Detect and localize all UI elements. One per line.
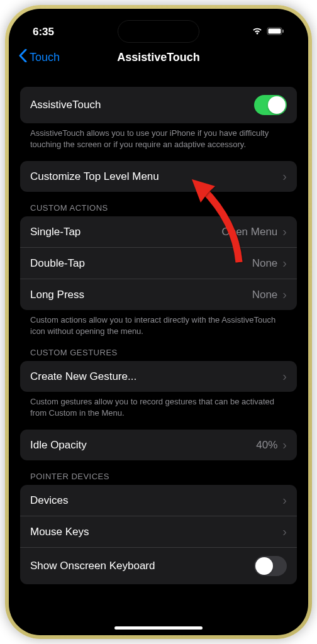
chevron-right-icon: › — [282, 169, 287, 184]
home-indicator[interactable] — [114, 626, 203, 630]
chevron-right-icon: › — [282, 287, 287, 302]
cell-value: None — [252, 257, 278, 270]
onscreen-keyboard-toggle[interactable] — [254, 556, 287, 576]
show-onscreen-keyboard-row[interactable]: Show Onscreen Keyboard — [20, 548, 297, 584]
status-time: 6:35 — [33, 26, 54, 38]
section-header: POINTER DEVICES — [20, 472, 297, 485]
section-custom-gestures: CUSTOM GESTURES Create New Gesture... › … — [20, 348, 297, 418]
toggle-knob — [255, 557, 273, 575]
single-tap-row[interactable]: Single-Tap Open Menu › — [20, 216, 297, 248]
nav-bar: Touch AssistiveTouch — [9, 43, 308, 74]
mouse-keys-row[interactable]: Mouse Keys › — [20, 516, 297, 548]
wifi-icon — [252, 26, 263, 38]
section-header: CUSTOM ACTIONS — [20, 203, 297, 216]
customize-top-level-menu-row[interactable]: Customize Top Level Menu › — [20, 161, 297, 192]
chevron-right-icon: › — [282, 225, 287, 239]
section-header: CUSTOM GESTURES — [20, 348, 297, 361]
long-press-row[interactable]: Long Press None › — [20, 279, 297, 310]
cell-label: Idle Opacity — [30, 439, 87, 452]
content-scroll[interactable]: AssistiveTouch AssistiveTouch allows you… — [9, 74, 308, 625]
cell-label: Show Onscreen Keyboard — [30, 560, 155, 572]
status-icons — [252, 26, 284, 38]
dynamic-island — [118, 20, 199, 43]
cell-label: Customize Top Level Menu — [30, 170, 159, 183]
cell-label: Devices — [30, 494, 68, 507]
section-footer: Custom actions allow you to interact dir… — [20, 310, 297, 336]
section-pointer-devices: POINTER DEVICES Devices › Mouse Keys › — [20, 472, 297, 584]
cell-value: 40% — [256, 439, 277, 452]
double-tap-row[interactable]: Double-Tap None › — [20, 248, 297, 279]
screen: 6:35 Touch AssistiveTouch — [9, 9, 308, 635]
svg-rect-1 — [269, 29, 281, 34]
cell-value: Open Menu — [221, 226, 277, 238]
section-custom-actions: CUSTOM ACTIONS Single-Tap Open Menu › Do… — [20, 203, 297, 336]
back-button[interactable]: Touch — [19, 49, 60, 65]
phone-frame: 6:35 Touch AssistiveTouch — [5, 5, 312, 639]
chevron-right-icon: › — [282, 493, 287, 508]
back-label: Touch — [30, 51, 60, 64]
create-new-gesture-row[interactable]: Create New Gesture... › — [20, 361, 297, 392]
chevron-right-icon: › — [282, 438, 287, 452]
cell-value: None — [252, 289, 278, 301]
chevron-left-icon — [19, 49, 27, 65]
cell-label: Long Press — [30, 289, 84, 301]
chevron-right-icon: › — [282, 525, 287, 539]
cell-label: Double-Tap — [30, 257, 85, 270]
page-title: AssistiveTouch — [117, 51, 200, 64]
assistive-touch-toggle-row[interactable]: AssistiveTouch — [20, 87, 297, 123]
section-customize: Customize Top Level Menu › — [20, 161, 297, 192]
cell-label: Single-Tap — [30, 226, 81, 238]
chevron-right-icon: › — [282, 369, 287, 384]
section-idle-opacity: Idle Opacity 40% › — [20, 430, 297, 460]
section-footer: Custom gestures allow you to record gest… — [20, 392, 297, 418]
toggle-knob — [268, 96, 286, 114]
cell-label: Create New Gesture... — [30, 370, 136, 383]
devices-row[interactable]: Devices › — [20, 485, 297, 516]
svg-rect-2 — [282, 30, 284, 33]
idle-opacity-row[interactable]: Idle Opacity 40% › — [20, 430, 297, 460]
cell-label: Mouse Keys — [30, 526, 89, 538]
section-main-toggle: AssistiveTouch AssistiveTouch allows you… — [20, 87, 297, 150]
section-footer: AssistiveTouch allows you to use your iP… — [20, 123, 297, 150]
battery-icon — [267, 26, 284, 38]
assistive-touch-toggle[interactable] — [254, 95, 287, 115]
chevron-right-icon: › — [282, 256, 287, 270]
toggle-label: AssistiveTouch — [30, 99, 101, 111]
